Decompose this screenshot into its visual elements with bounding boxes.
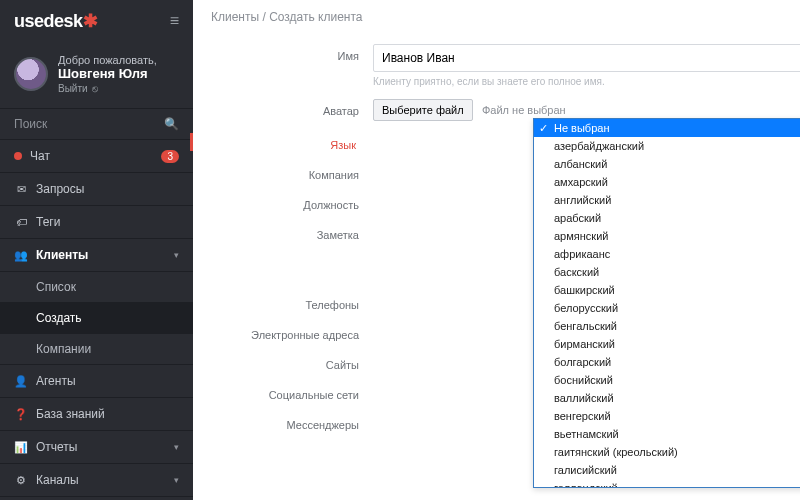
language-option[interactable]: бирманский xyxy=(534,335,800,353)
nav-label: Клиенты xyxy=(36,248,166,262)
logout-icon: ⎋ xyxy=(92,83,98,94)
label-company: Компания xyxy=(193,163,373,181)
nav-subitem-Список[interactable]: Список xyxy=(0,272,193,303)
label-note: Заметка xyxy=(193,223,373,241)
nav-icon: ⚙ xyxy=(14,474,28,487)
language-option[interactable]: белорусский xyxy=(534,299,800,317)
breadcrumb-root[interactable]: Клиенты xyxy=(211,10,259,24)
nav-label: Отчеты xyxy=(36,440,166,454)
breadcrumb-current: Создать клиента xyxy=(269,10,362,24)
nav-label: Агенты xyxy=(36,374,179,388)
language-option[interactable]: вьетнамский xyxy=(534,425,800,443)
language-option[interactable]: боснийский xyxy=(534,371,800,389)
avatar-file-button[interactable]: Выберите файл xyxy=(373,99,473,121)
nav-subitem-Компании[interactable]: Компании xyxy=(0,334,193,365)
chevron-down-icon: ▾ xyxy=(174,442,179,452)
language-option[interactable]: венгерский xyxy=(534,407,800,425)
nav-icon: 📊 xyxy=(14,441,28,454)
nav-label: Теги xyxy=(36,215,179,229)
language-option[interactable]: голландский xyxy=(534,479,800,488)
nav-icon: 🏷 xyxy=(14,216,28,228)
label-name: Имя xyxy=(193,44,373,62)
nav-label: Каналы xyxy=(36,473,166,487)
language-option[interactable]: бенгальский xyxy=(534,317,800,335)
label-language: Язык xyxy=(190,133,370,151)
nav-label: Чат xyxy=(30,149,153,163)
label-emails: Электронные адреса xyxy=(193,323,373,341)
label-avatar: Аватар xyxy=(193,99,373,117)
chat-dot-icon xyxy=(14,152,22,160)
nav-item-Агенты[interactable]: 👤Агенты xyxy=(0,365,193,398)
avatar-file-status: Файл не выбран xyxy=(482,104,566,116)
user-block: Добро пожаловать, Шовгеня Юля Выйти ⎋ xyxy=(0,42,193,108)
chevron-down-icon: ▾ xyxy=(174,250,179,260)
label-messengers: Мессенджеры xyxy=(193,413,373,431)
app-logo: usedesk✱ xyxy=(14,10,97,32)
nav-label: Запросы xyxy=(36,182,179,196)
nav-icon: 👥 xyxy=(14,249,28,262)
language-option[interactable]: африкаанс xyxy=(534,245,800,263)
nav-item-База знаний[interactable]: ❓База знаний xyxy=(0,398,193,431)
language-option[interactable]: баскский xyxy=(534,263,800,281)
language-option[interactable]: гаитянский (креольский) xyxy=(534,443,800,461)
language-option[interactable]: Не выбран xyxy=(534,119,800,137)
language-dropdown[interactable]: Не выбраназербайджанскийалбанскийамхарск… xyxy=(533,118,800,488)
menu-toggle-icon[interactable]: ≡ xyxy=(170,12,179,30)
welcome-text: Добро пожаловать, xyxy=(58,54,157,66)
language-option[interactable]: галисийский xyxy=(534,461,800,479)
nav-item-Запросы[interactable]: ✉Запросы xyxy=(0,173,193,206)
language-option[interactable]: английский xyxy=(534,191,800,209)
language-option[interactable]: башкирский xyxy=(534,281,800,299)
search-icon[interactable]: 🔍 xyxy=(164,117,179,131)
language-option[interactable]: албанский xyxy=(534,155,800,173)
search-row: 🔍 xyxy=(0,108,193,140)
breadcrumb: Клиенты / Создать клиента xyxy=(193,0,800,34)
nav-item-Клиенты[interactable]: 👥Клиенты▾ xyxy=(0,239,193,272)
logo-icon: ✱ xyxy=(83,11,98,31)
nav-item-Каналы[interactable]: ⚙Каналы▾ xyxy=(0,464,193,497)
language-option[interactable]: болгарский xyxy=(534,353,800,371)
nav-icon: ❓ xyxy=(14,408,28,421)
nav-icon: 👤 xyxy=(14,375,28,388)
main-content: Клиенты / Создать клиента Имя Клиенту пр… xyxy=(193,0,800,500)
nav-item-Теги[interactable]: 🏷Теги xyxy=(0,206,193,239)
label-sites: Сайты xyxy=(193,353,373,371)
nav-icon: ✉ xyxy=(14,183,28,196)
user-name: Шовгеня Юля xyxy=(58,66,157,81)
nav-badge: 3 xyxy=(161,150,179,163)
search-input[interactable] xyxy=(14,117,164,131)
label-socials: Социальные сети xyxy=(193,383,373,401)
nav-subitem-Создать[interactable]: Создать xyxy=(0,303,193,334)
sidebar: usedesk✱ ≡ Добро пожаловать, Шовгеня Юля… xyxy=(0,0,193,500)
nav-label: База знаний xyxy=(36,407,179,421)
language-option[interactable]: арабский xyxy=(534,209,800,227)
nav: Чат3✉Запросы🏷Теги👥Клиенты▾СписокСоздатьК… xyxy=(0,140,193,500)
label-phones: Телефоны xyxy=(193,293,373,311)
nav-item-Чат[interactable]: Чат3 xyxy=(0,140,193,173)
user-avatar xyxy=(14,57,48,91)
language-option[interactable]: армянский xyxy=(534,227,800,245)
nav-item-Отчеты[interactable]: 📊Отчеты▾ xyxy=(0,431,193,464)
name-input[interactable] xyxy=(373,44,800,72)
chevron-down-icon: ▾ xyxy=(174,475,179,485)
language-option[interactable]: азербайджанский xyxy=(534,137,800,155)
name-hint: Клиенту приятно, если вы знаете его полн… xyxy=(373,76,800,87)
logout-link[interactable]: Выйти ⎋ xyxy=(58,83,157,94)
language-option[interactable]: амхарский xyxy=(534,173,800,191)
language-option[interactable]: валлийский xyxy=(534,389,800,407)
label-position: Должность xyxy=(193,193,373,211)
